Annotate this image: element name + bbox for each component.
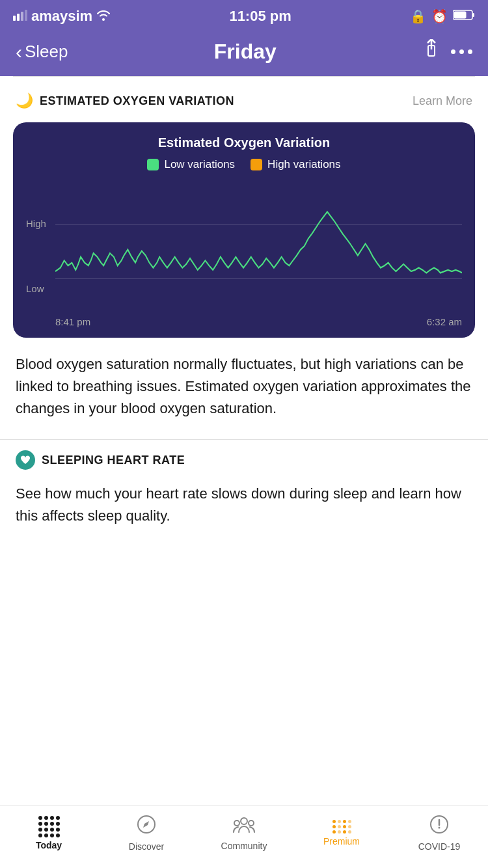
legend-low: Low variations	[147, 158, 235, 171]
share-button[interactable]	[422, 39, 441, 64]
back-button[interactable]: ‹ Sleep	[16, 41, 68, 63]
legend-high: High variations	[251, 158, 340, 171]
tab-covid-label: COVID-19	[418, 841, 461, 852]
nav-title: Friday	[214, 40, 277, 64]
dot3	[468, 49, 472, 54]
discover-icon	[137, 815, 156, 839]
premium-dots-grid	[332, 820, 351, 834]
status-bar: amaysim 11:05 pm 🔒 ⏰	[0, 0, 488, 33]
today-icon	[38, 816, 60, 837]
heart-rate-icon	[16, 450, 35, 470]
back-arrow-icon: ‹	[16, 41, 22, 63]
svg-rect-2	[21, 12, 23, 21]
status-time: 11:05 pm	[229, 8, 291, 25]
tab-discover[interactable]: Discover	[98, 815, 195, 852]
svg-rect-3	[25, 10, 27, 21]
svg-point-17	[439, 827, 441, 829]
oxygen-description: Blood oxygen saturation normally fluctua…	[0, 353, 488, 439]
tab-community-label: Community	[221, 841, 267, 851]
tab-covid[interactable]: COVID-19	[390, 815, 488, 852]
svg-rect-1	[17, 14, 20, 21]
heart-rate-section-title: SLEEPING HEART RATE	[42, 454, 185, 467]
premium-icon	[332, 820, 351, 834]
lock-icon: 🔒	[410, 8, 426, 24]
alarm-icon: ⏰	[431, 8, 448, 24]
oxygen-section-title: ESTIMATED OXYGEN VARIATION	[40, 94, 234, 108]
signal-icon	[13, 8, 27, 25]
tab-premium-label: Premium	[323, 836, 360, 847]
dot1	[451, 49, 455, 54]
svg-rect-0	[13, 16, 16, 21]
covid-icon	[429, 815, 449, 839]
tab-today-label: Today	[36, 840, 62, 850]
svg-rect-6	[454, 11, 466, 18]
wifi-icon	[96, 8, 111, 25]
nav-actions	[422, 39, 472, 64]
chart-area: High Low 8:41 pm 6:32 am	[26, 184, 462, 327]
svg-rect-5	[472, 13, 474, 17]
community-icon	[233, 815, 255, 838]
oxygen-title-group: 🌙 ESTIMATED OXYGEN VARIATION	[16, 92, 234, 109]
time-end: 6:32 am	[427, 316, 462, 327]
legend-high-color	[251, 159, 262, 170]
dot2	[459, 49, 464, 54]
time-start: 8:41 pm	[55, 316, 90, 327]
tab-community[interactable]: Community	[195, 815, 293, 851]
chart-title: Estimated Oxygen Variation	[26, 135, 462, 150]
chart-time-labels: 8:41 pm 6:32 am	[55, 316, 462, 327]
tab-today[interactable]: Today	[0, 816, 98, 850]
legend-high-label: High variations	[267, 158, 340, 171]
legend-low-color	[147, 159, 159, 170]
today-dots-grid	[38, 816, 60, 837]
status-right: 🔒 ⏰	[410, 8, 475, 24]
moon-icon: 🌙	[16, 92, 33, 109]
nav-bar: ‹ Sleep Friday	[0, 33, 488, 76]
back-label: Sleep	[25, 42, 68, 62]
svg-marker-11	[143, 821, 149, 828]
oxygen-chart: Estimated Oxygen Variation Low variation…	[13, 122, 475, 338]
heart-rate-section-header: SLEEPING HEART RATE	[0, 439, 488, 476]
chart-legend: Low variations High variations	[26, 158, 462, 171]
carrier-name: amaysim	[31, 8, 92, 25]
chart-y-labels: High Low	[26, 184, 46, 327]
heart-rate-description: See how much your heart rate slows down …	[0, 476, 488, 540]
legend-low-label: Low variations	[164, 158, 235, 171]
svg-point-14	[249, 821, 254, 826]
y-label-low: Low	[26, 284, 46, 293]
learn-more-button[interactable]: Learn More	[413, 94, 472, 108]
chart-svg-wrapper	[55, 184, 462, 308]
svg-point-12	[241, 818, 247, 824]
y-label-high: High	[26, 219, 46, 228]
tab-premium[interactable]: Premium	[293, 820, 390, 847]
more-button[interactable]	[451, 49, 472, 54]
svg-point-13	[234, 821, 239, 826]
status-left: amaysim	[13, 8, 111, 25]
tab-discover-label: Discover	[129, 841, 164, 852]
tab-bar: Today Discover Community	[0, 806, 488, 868]
oxygen-section-header: 🌙 ESTIMATED OXYGEN VARIATION Learn More	[0, 77, 488, 116]
battery-icon	[453, 9, 475, 24]
